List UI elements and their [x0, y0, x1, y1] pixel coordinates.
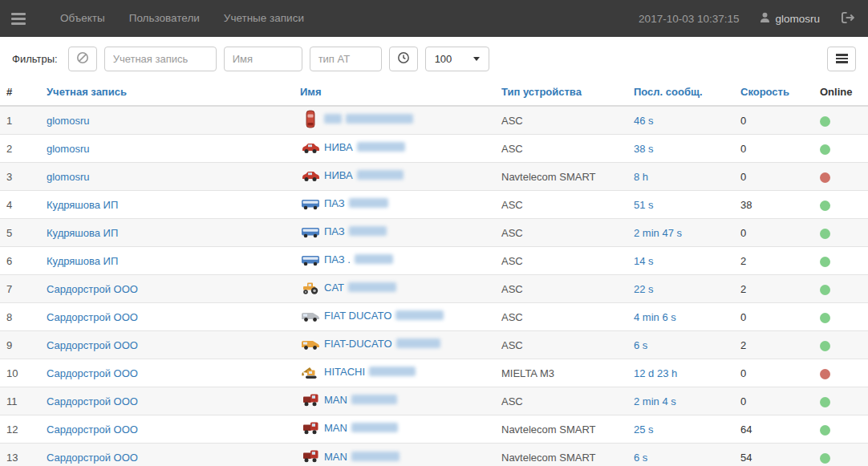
- time-filter-button[interactable]: [389, 47, 418, 71]
- nav-item-objects[interactable]: Объекты: [48, 0, 117, 37]
- last-message-link[interactable]: 6 s: [634, 452, 647, 464]
- online-status-dot: [820, 313, 830, 323]
- header-account[interactable]: Учетная запись: [40, 80, 294, 106]
- nav-item-users[interactable]: Пользователи: [117, 0, 212, 37]
- speed-value: 0: [734, 135, 813, 163]
- account-link[interactable]: Кудряшова ИП: [47, 255, 118, 267]
- redacted-text: [351, 395, 397, 404]
- current-datetime: 2017-10-03 10:37:15: [639, 13, 739, 25]
- last-message-link[interactable]: 14 s: [634, 255, 654, 267]
- name-filter-input[interactable]: [224, 47, 302, 71]
- speed-value: 2: [734, 247, 813, 275]
- account-link[interactable]: Сардорстрой ООО: [47, 423, 138, 436]
- online-status-dot: [820, 341, 830, 351]
- accounts-table: # Учетная запись Имя Тип устройства Посл…: [0, 80, 868, 466]
- vehicle-icon: [300, 365, 321, 382]
- redacted-text: [346, 114, 413, 124]
- online-status-dot: [820, 201, 830, 211]
- speed-value: 0: [734, 303, 813, 331]
- device-type-value: Navtelecom SMART: [495, 444, 627, 466]
- nav-item-accounts[interactable]: Учетные записи: [212, 0, 316, 37]
- column-settings-button[interactable]: [827, 47, 856, 71]
- logout-icon: [841, 11, 855, 26]
- last-message-link[interactable]: 25 s: [634, 423, 654, 436]
- header-name[interactable]: Имя: [294, 80, 495, 106]
- account-link[interactable]: glomosru: [47, 171, 89, 183]
- account-filter-input[interactable]: [104, 47, 217, 71]
- last-message-link[interactable]: 2 min 47 s: [634, 227, 682, 239]
- unit-name-link[interactable]: ПАЗ: [324, 197, 388, 209]
- account-link[interactable]: Сардорстрой ООО: [47, 452, 138, 464]
- row-number: 1: [0, 106, 40, 135]
- redacted-text: [349, 198, 388, 208]
- online-status-dot: [820, 144, 830, 155]
- unit-name-link[interactable]: CAT: [324, 282, 396, 294]
- redacted-text: [369, 367, 416, 376]
- online-status-dot: [820, 229, 830, 239]
- account-link[interactable]: glomosru: [47, 115, 89, 127]
- last-message-link[interactable]: 46 s: [634, 115, 654, 127]
- unit-name-link[interactable]: MAN: [324, 422, 398, 434]
- unit-name-link[interactable]: ПАЗ .: [324, 253, 393, 265]
- menu-hamburger-icon[interactable]: [11, 10, 26, 27]
- unit-name-link[interactable]: HITACHI: [324, 366, 416, 378]
- last-message-link[interactable]: 22 s: [634, 283, 654, 295]
- last-message-link[interactable]: 51 s: [634, 199, 654, 211]
- unit-name-link[interactable]: НИВА: [324, 141, 405, 153]
- device-type-value: ASC: [495, 219, 627, 247]
- device-type-value: Navtelecom SMART: [495, 163, 627, 191]
- last-message-link[interactable]: 4 min 6 s: [634, 311, 676, 323]
- account-link[interactable]: Кудряшова ИП: [47, 227, 118, 239]
- account-link[interactable]: Сардорстрой ООО: [47, 283, 138, 295]
- vehicle-icon: [300, 449, 321, 465]
- row-number: 7: [0, 275, 40, 303]
- unit-name-link[interactable]: [324, 113, 413, 125]
- table-row: 10 Сардорстрой ООО HITACHI MIELTA M3 12 …: [0, 359, 868, 387]
- header-speed[interactable]: Скорость: [734, 80, 813, 106]
- current-user[interactable]: glomosru: [760, 12, 820, 26]
- row-number: 13: [0, 444, 40, 466]
- row-number: 11: [0, 387, 40, 415]
- unit-name-link[interactable]: НИВА: [324, 169, 404, 181]
- header-last-message[interactable]: Посл. сообщ.: [627, 80, 734, 106]
- unit-name-link[interactable]: FIAT-DUCATO: [324, 338, 440, 350]
- row-number: 9: [0, 331, 40, 359]
- unit-name-link[interactable]: ПАЗ: [324, 225, 387, 237]
- device-type-filter-input[interactable]: [310, 47, 382, 71]
- vehicle-icon: [300, 393, 321, 409]
- account-link[interactable]: Сардорстрой ООО: [47, 311, 138, 323]
- vehicle-icon: [300, 225, 321, 241]
- speed-value: 0: [734, 219, 813, 247]
- clear-filters-button[interactable]: [68, 47, 97, 71]
- page-size-value: 100: [435, 53, 452, 65]
- last-message-link[interactable]: 2 min 4 s: [634, 395, 676, 407]
- account-link[interactable]: Сардорстрой ООО: [47, 339, 138, 351]
- speed-value: 54: [734, 444, 813, 466]
- unit-name-link[interactable]: MAN: [324, 451, 400, 463]
- list-icon: [836, 52, 848, 65]
- last-message-link[interactable]: 12 d 23 h: [634, 367, 677, 379]
- vehicle-icon: [300, 197, 321, 213]
- last-message-link[interactable]: 6 s: [634, 339, 647, 351]
- table-row: 11 Сардорстрой ООО MAN ASC 2 min 4 s 0: [0, 387, 868, 415]
- device-type-value: ASC: [495, 303, 627, 331]
- device-type-value: MIELTA M3: [495, 359, 627, 387]
- last-message-link[interactable]: 8 h: [634, 171, 648, 183]
- logout-button[interactable]: [841, 11, 855, 26]
- speed-value: 64: [734, 415, 813, 444]
- online-status-dot: [820, 285, 830, 295]
- page-size-select[interactable]: 100: [425, 47, 489, 71]
- online-status-dot: [820, 172, 830, 183]
- online-status-dot: [820, 116, 830, 127]
- unit-name-link[interactable]: FIAT DUCATO: [324, 310, 444, 322]
- user-name: glomosru: [775, 13, 820, 25]
- account-link[interactable]: Кудряшова ИП: [47, 199, 118, 211]
- account-link[interactable]: Сардорстрой ООО: [47, 367, 138, 379]
- header-device-type[interactable]: Тип устройства: [495, 80, 627, 106]
- chevron-down-icon: [473, 57, 480, 61]
- row-number: 3: [0, 163, 40, 191]
- account-link[interactable]: glomosru: [47, 143, 89, 155]
- unit-name-link[interactable]: MAN: [324, 394, 397, 406]
- last-message-link[interactable]: 38 s: [634, 143, 654, 155]
- account-link[interactable]: Сардорстрой ООО: [47, 395, 138, 407]
